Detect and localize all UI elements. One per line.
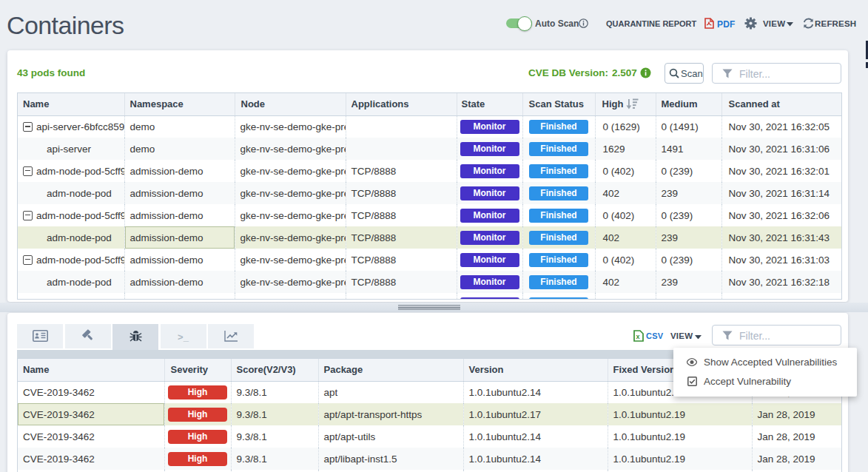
svg-text:x: x [636,333,640,340]
